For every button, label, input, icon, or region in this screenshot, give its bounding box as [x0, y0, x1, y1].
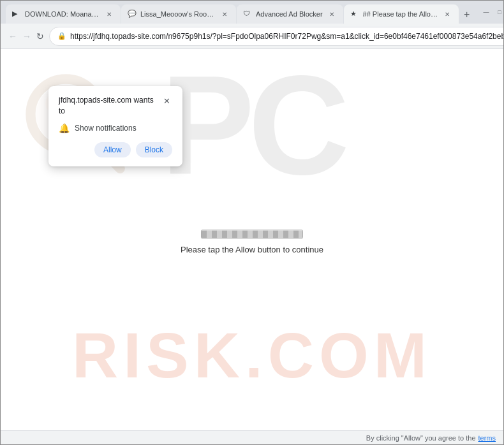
- address-bar: ← → ↻ 🔒 https://jfdhq.topads-site.com/n9…: [1, 24, 503, 49]
- url-text: https://jfdhq.topads-site.com/n9675p9h1s…: [70, 32, 504, 41]
- tab2-close[interactable]: ✕: [219, 9, 230, 19]
- tab1-close[interactable]: ✕: [104, 9, 114, 19]
- popup-header: jfdhq.topads-site.com wants to ✕: [59, 95, 172, 117]
- status-bar: By clicking "Allow" you agree to the ter…: [1, 430, 503, 444]
- popup-close-button[interactable]: ✕: [161, 95, 172, 106]
- tab-4[interactable]: ★ ## Please tap the Allow butto... ✕: [344, 4, 459, 24]
- browser-frame: ▶ DOWNLOAD: Moana 2 (2024)... ✕ 💬 Lissa_…: [1, 1, 503, 444]
- allow-button[interactable]: Allow: [94, 142, 131, 157]
- progress-bar: [201, 230, 303, 238]
- notification-text: Show notifications: [75, 124, 137, 133]
- popup-title: jfdhq.topads-site.com wants to: [59, 95, 161, 117]
- tab2-label: Lissa_Meooow's Room @ Chi...: [140, 10, 216, 18]
- popup-buttons: Allow Block: [59, 142, 172, 157]
- block-button[interactable]: Block: [136, 142, 172, 157]
- maximize-button[interactable]: □: [496, 8, 504, 17]
- page-content: PC RISK.COM Please tap the Allow button …: [1, 49, 503, 430]
- terms-link[interactable]: terms: [478, 434, 496, 442]
- tabs-area: ▶ DOWNLOAD: Moana 2 (2024)... ✕ 💬 Lissa_…: [6, 1, 475, 24]
- watermark-risk-text: RISK.COM: [72, 319, 432, 392]
- tab-3[interactable]: 🛡 Advanced Ad Blocker ✕: [237, 4, 343, 24]
- new-tab-button[interactable]: +: [459, 7, 475, 22]
- lock-icon: 🔒: [57, 32, 66, 40]
- popup-notification-row: 🔔 Show notifications: [59, 123, 172, 133]
- tab3-favicon: 🛡: [243, 10, 252, 18]
- tab3-close[interactable]: ✕: [327, 9, 337, 19]
- url-bar[interactable]: 🔒 https://jfdhq.topads-site.com/n9675p9h…: [49, 27, 504, 46]
- watermark-pc-text: PC: [161, 55, 343, 196]
- tab2-favicon: 💬: [128, 10, 137, 18]
- tab1-label: DOWNLOAD: Moana 2 (2024)...: [25, 10, 100, 18]
- tab4-close[interactable]: ✕: [442, 9, 452, 19]
- forward-button[interactable]: →: [22, 29, 31, 44]
- tab-2[interactable]: 💬 Lissa_Meooow's Room @ Chi... ✕: [121, 4, 236, 24]
- page-center: Please tap the Allow button to continue: [181, 230, 323, 254]
- window-controls: — □ ✕: [482, 8, 504, 17]
- status-text: By clicking "Allow" you agree to the: [366, 434, 476, 442]
- bell-icon: 🔔: [59, 123, 70, 133]
- back-button[interactable]: ←: [8, 29, 17, 44]
- tab1-favicon: ▶: [12, 10, 21, 18]
- tab4-favicon: ★: [350, 10, 359, 18]
- refresh-button[interactable]: ↻: [36, 29, 44, 44]
- tab-1[interactable]: ▶ DOWNLOAD: Moana 2 (2024)... ✕: [6, 4, 121, 24]
- tab3-label: Advanced Ad Blocker: [256, 10, 323, 18]
- minimize-button[interactable]: —: [482, 8, 491, 17]
- progress-bar-fill: [202, 230, 302, 238]
- page-message: Please tap the Allow button to continue: [181, 245, 323, 254]
- tab4-label: ## Please tap the Allow butto...: [363, 10, 438, 18]
- notification-popup: jfdhq.topads-site.com wants to ✕ 🔔 Show …: [48, 86, 182, 166]
- title-bar: ▶ DOWNLOAD: Moana 2 (2024)... ✕ 💬 Lissa_…: [1, 1, 503, 24]
